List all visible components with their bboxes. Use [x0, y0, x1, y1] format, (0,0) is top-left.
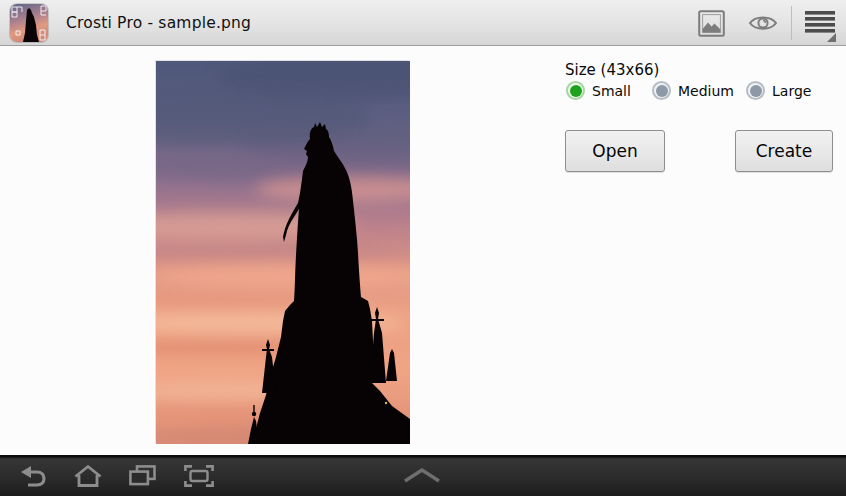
- home-icon: [74, 465, 102, 487]
- radio-size-large[interactable]: Large: [746, 81, 811, 100]
- screenshot-icon: [184, 465, 214, 487]
- recent-apps-button[interactable]: [118, 455, 166, 496]
- eye-icon: [748, 12, 778, 34]
- size-label: Size (43x66): [565, 61, 659, 79]
- recent-apps-icon: [129, 465, 156, 486]
- app-bar: Crosti Pro - sample.png: [0, 0, 846, 46]
- menu-icon: [805, 11, 835, 36]
- image-button[interactable]: [685, 0, 737, 46]
- collapse-chevron-button[interactable]: [398, 455, 446, 496]
- menu-dropdown-arrow-icon: [827, 33, 836, 42]
- screen: Crosti Pro - sample.png: [0, 0, 846, 496]
- screenshot-button[interactable]: [175, 455, 223, 496]
- radio-label: Medium: [678, 83, 734, 99]
- create-button[interactable]: Create: [735, 130, 833, 172]
- menu-button[interactable]: [794, 0, 846, 46]
- app-title: Crosti Pro - sample.png: [66, 0, 251, 46]
- main-content: Size (43x66) Small Medium Large Open Cre…: [0, 47, 846, 454]
- radio-button-icon: [566, 81, 585, 100]
- toolbar-actions: [685, 0, 846, 46]
- preview-eye-button[interactable]: [737, 0, 789, 46]
- radio-size-medium[interactable]: Medium: [652, 81, 734, 100]
- toolbar-divider: [791, 6, 792, 40]
- radio-button-icon: [746, 81, 765, 100]
- radio-label: Small: [592, 83, 631, 99]
- system-navbar: 21:37: [0, 455, 846, 496]
- size-panel: Size (43x66) Small Medium Large Open Cre…: [563, 58, 838, 258]
- back-button[interactable]: [9, 455, 57, 496]
- radio-button-icon: [652, 81, 671, 100]
- open-button[interactable]: Open: [565, 130, 665, 172]
- app-launcher-icon: [10, 4, 48, 42]
- back-icon: [20, 465, 46, 487]
- preview-image: [155, 60, 409, 443]
- image-icon: [698, 10, 725, 37]
- radio-size-small[interactable]: Small: [566, 81, 631, 100]
- home-button[interactable]: [64, 455, 112, 496]
- radio-label: Large: [772, 83, 811, 99]
- collapse-chevron-icon: [403, 468, 441, 483]
